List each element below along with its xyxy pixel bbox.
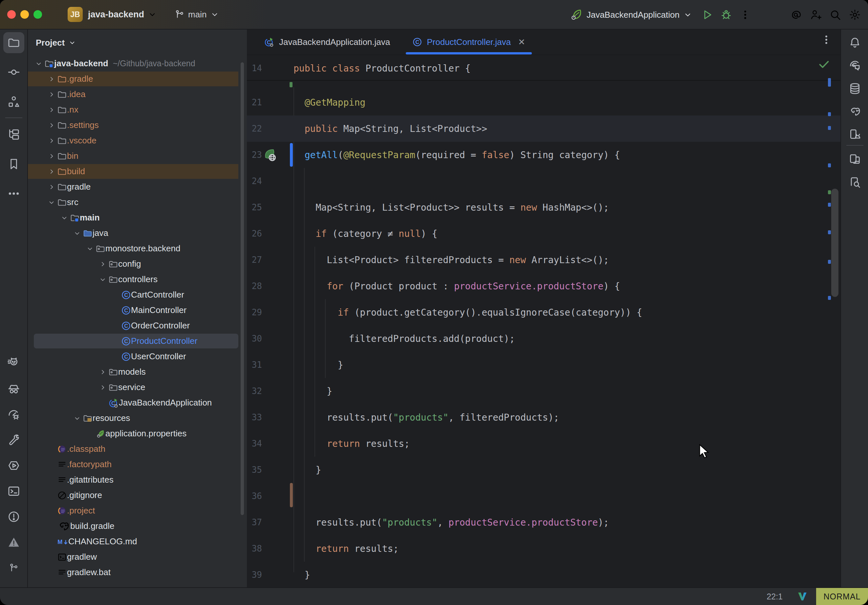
gutter[interactable]: 33: [247, 404, 293, 430]
chevron-down-icon[interactable]: [33, 58, 44, 69]
more-actions-button[interactable]: [738, 8, 752, 22]
code-line-35[interactable]: 35 }: [247, 457, 840, 483]
gutter[interactable]: 25: [247, 194, 293, 220]
editor-scrollbar[interactable]: [831, 189, 839, 297]
tree-row-bin[interactable]: bin: [28, 148, 247, 164]
code-line-30[interactable]: 30 filteredProducts.add(product);: [247, 325, 840, 352]
tree-row-gradle[interactable]: gradle: [28, 179, 247, 195]
chevron-down-icon[interactable]: [71, 228, 83, 239]
tree-row--nx[interactable]: .nx: [28, 102, 247, 118]
chevron-right-icon[interactable]: [46, 89, 57, 100]
tree-row-config[interactable]: config: [28, 256, 247, 272]
tree-row--project[interactable]: .project: [28, 503, 247, 518]
branch-selector[interactable]: main: [174, 9, 220, 20]
code-line-28[interactable]: 28 for (Product product : productService…: [247, 273, 840, 299]
ideavim-icon[interactable]: [797, 591, 808, 602]
terminal-button[interactable]: [3, 481, 24, 502]
tree-row--factorypath[interactable]: .factorypath: [28, 457, 247, 472]
stripe-mark-modified[interactable]: [828, 126, 831, 130]
tree-row--idea[interactable]: .idea: [28, 87, 247, 102]
chevron-right-icon[interactable]: [46, 120, 57, 131]
chevron-right-icon[interactable]: [46, 151, 57, 162]
code-line-14[interactable]: 14public class ProductController {: [247, 55, 840, 81]
stripe-mark-added[interactable]: [828, 190, 831, 194]
chevron-down-icon[interactable]: [84, 243, 96, 254]
chevron-right-icon[interactable]: [97, 258, 108, 270]
tree-row-java-backend[interactable]: java-backend~/Github/java-backend: [28, 56, 247, 71]
tree-row-monostore-backend[interactable]: monostore.backend: [28, 241, 247, 256]
stripe-mark-modified[interactable]: [828, 230, 831, 234]
inspections-ok-icon[interactable]: [817, 58, 831, 71]
code-line-22[interactable]: 22 public Map<String, List<Product>>: [247, 116, 840, 142]
gutter[interactable]: 23: [247, 142, 293, 168]
gutter[interactable]: 31: [247, 352, 293, 378]
change-marker[interactable]: [290, 483, 293, 507]
tab-productcontroller-java[interactable]: CProductController.java✕: [401, 29, 536, 54]
database-button[interactable]: [844, 78, 865, 99]
code-area[interactable]: 21 @GetMapping22 public Map<String, List…: [247, 81, 840, 587]
stripe-mark-modified[interactable]: [828, 112, 831, 116]
gutter[interactable]: 32: [247, 378, 293, 404]
chevron-down-icon[interactable]: [97, 274, 108, 285]
tree-row-models[interactable]: models: [28, 364, 247, 380]
mapping-gutter-icon[interactable]: [263, 147, 278, 162]
build-button[interactable]: [3, 430, 24, 450]
gutter[interactable]: 39: [247, 562, 293, 588]
gutter[interactable]: 22: [247, 116, 293, 142]
code-line-32[interactable]: 32 }: [247, 378, 840, 404]
minimize-window-button[interactable]: [20, 10, 29, 19]
code-line-39[interactable]: 39 }: [247, 562, 840, 588]
gutter[interactable]: 38: [247, 535, 293, 562]
problems-button[interactable]: [3, 506, 24, 527]
ai-chat-button[interactable]: [844, 55, 865, 76]
device-manager-button[interactable]: [844, 124, 865, 145]
gutter[interactable]: 34: [247, 430, 293, 457]
tree-row-application-properties[interactable]: application.properties: [28, 426, 247, 441]
chevron-right-icon[interactable]: [97, 382, 108, 393]
gutter[interactable]: 30: [247, 325, 293, 352]
code-line-25[interactable]: 25 Map<String, List<Product>> results = …: [247, 194, 840, 220]
tree-row-productcontroller[interactable]: CProductController: [28, 333, 247, 349]
tree-row-gradlew[interactable]: gradlew: [28, 549, 247, 565]
structure-button[interactable]: [3, 91, 24, 112]
project-name[interactable]: java-backend: [88, 9, 144, 20]
chevron-down-icon[interactable]: [59, 212, 70, 223]
tree-row--gradle[interactable]: .gradle: [28, 71, 247, 87]
gutter[interactable]: 21: [247, 89, 293, 116]
tree-row--gitattributes[interactable]: .gitattributes: [28, 472, 247, 487]
chevron-right-icon[interactable]: [46, 181, 57, 193]
chevron-down-icon[interactable]: [71, 413, 83, 424]
gradle-button[interactable]: [844, 101, 865, 122]
code-inspection-button[interactable]: [844, 172, 865, 193]
services-button[interactable]: [3, 455, 24, 476]
code-line-37[interactable]: 37 results.put("products", productServic…: [247, 509, 840, 535]
notifications-button[interactable]: [844, 32, 865, 53]
commit-button[interactable]: [3, 62, 24, 83]
tree-row--vscode[interactable]: .vscode: [28, 133, 247, 148]
stripe-mark-modified[interactable]: [828, 78, 831, 87]
running-devices-button[interactable]: [844, 149, 865, 170]
project-button[interactable]: [3, 32, 24, 53]
ai-cat-button[interactable]: [3, 353, 24, 374]
chevron-right-icon[interactable]: [46, 166, 57, 177]
stripe-mark-modified[interactable]: [828, 203, 831, 207]
code-line-23[interactable]: 23 getAll(@RequestParam(required = false…: [247, 142, 840, 168]
tree-row-src[interactable]: src: [28, 195, 247, 210]
project-panel-header[interactable]: Project: [28, 29, 247, 56]
tree-row-controllers[interactable]: controllers: [28, 272, 247, 287]
gutter[interactable]: 28: [247, 273, 293, 299]
tree-row-service[interactable]: service: [28, 380, 247, 395]
tree-row--settings[interactable]: .settings: [28, 118, 247, 133]
search-everywhere-button[interactable]: [828, 8, 842, 22]
tree-row-build-gradle[interactable]: build.gradle: [28, 518, 247, 534]
tree-row-changelog-md[interactable]: MCHANGELOG.md: [28, 534, 247, 549]
tree-row-gradlew-bat[interactable]: gradlew.bat: [28, 565, 247, 580]
stripe-mark-modified[interactable]: [828, 296, 831, 300]
warnings-button[interactable]: [3, 532, 24, 553]
code-line-36[interactable]: 36: [247, 483, 840, 509]
code-line-38[interactable]: 38 return results;: [247, 535, 840, 562]
tab-javabackendapplication-java[interactable]: CJavaBackendApplication.java: [253, 29, 401, 54]
tree-row--gitignore[interactable]: .gitignore: [28, 487, 247, 503]
debug-button[interactable]: [719, 8, 733, 22]
code-line-21[interactable]: 21 @GetMapping: [247, 89, 840, 116]
